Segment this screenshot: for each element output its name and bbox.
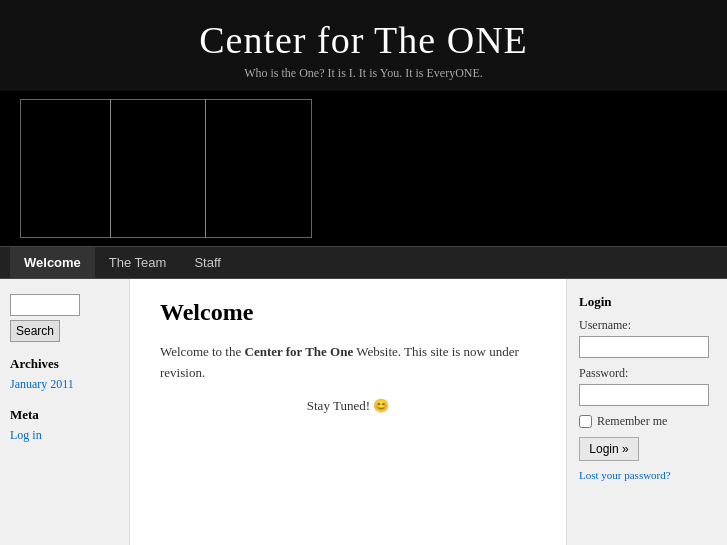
sidebar-right: Login Username: Password: Remember me Lo… [567, 279, 727, 545]
remember-me-label: Remember me [597, 414, 667, 429]
search-button[interactable]: Search [10, 320, 60, 342]
main-content: Welcome Welcome to the Center for The On… [130, 279, 567, 545]
site-header: Center for The ONE Who is the One? It is… [0, 0, 727, 91]
password-input[interactable] [579, 384, 709, 406]
remember-me-row: Remember me [579, 414, 715, 429]
username-label: Username: [579, 318, 715, 333]
nav-item-welcome[interactable]: Welcome [10, 247, 95, 278]
meta-heading: Meta [10, 407, 119, 423]
main-nav: Welcome The Team Staff [0, 246, 727, 279]
intro-text: Welcome to the [160, 344, 245, 359]
welcome-paragraph: Welcome to the Center for The One Websit… [160, 342, 536, 384]
login-button[interactable]: Login » [579, 437, 639, 461]
site-title: Center for The ONE [0, 18, 727, 62]
log-in-link[interactable]: Log in [10, 427, 119, 444]
archives-heading: Archives [10, 356, 119, 372]
nav-link-staff[interactable]: Staff [180, 247, 235, 278]
password-label: Password: [579, 366, 715, 381]
nav-item-staff[interactable]: Staff [180, 247, 235, 278]
nav-link-team[interactable]: The Team [95, 247, 181, 278]
nav-link-welcome[interactable]: Welcome [10, 247, 95, 278]
site-tagline: Who is the One? It is I. It is You. It i… [0, 66, 727, 81]
lost-password-link[interactable]: Lost your password? [579, 469, 715, 481]
search-input[interactable] [10, 294, 80, 316]
nav-item-team[interactable]: The Team [95, 247, 181, 278]
username-input[interactable] [579, 336, 709, 358]
sidebar-left: Search Archives January 2011 Meta Log in [0, 279, 130, 545]
remember-me-checkbox[interactable] [579, 415, 592, 428]
login-title: Login [579, 294, 715, 310]
page-wrapper: Search Archives January 2011 Meta Log in… [0, 279, 727, 545]
stay-tuned-text: Stay Tuned! 😊 [160, 396, 536, 417]
slider-area [0, 91, 727, 246]
site-name-bold: Center for The One [245, 344, 354, 359]
archives-jan-2011[interactable]: January 2011 [10, 376, 119, 393]
page-heading: Welcome [160, 299, 536, 326]
